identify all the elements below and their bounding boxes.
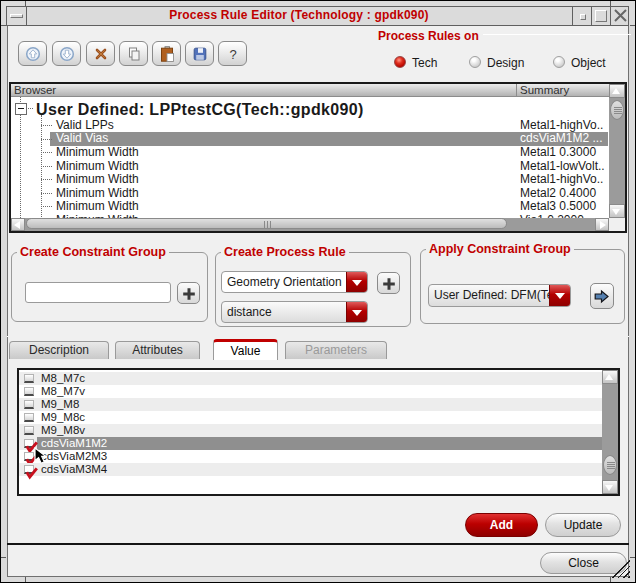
svg-text:?: ? <box>229 46 236 61</box>
